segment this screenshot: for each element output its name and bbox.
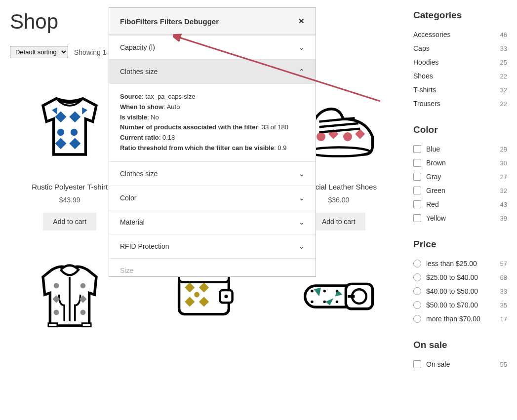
category-link[interactable]: Hoodies [413, 58, 438, 66]
svg-rect-24 [82, 323, 91, 327]
svg-point-18 [80, 283, 86, 289]
color-label[interactable]: Brown [426, 159, 446, 167]
radio-icon[interactable] [413, 260, 421, 267]
color-item[interactable]: Brown30 [413, 156, 507, 170]
debugger-section[interactable]: Clothes size ⌄ [109, 162, 316, 186]
debugger-section[interactable]: RFID Protection ⌄ [109, 234, 316, 259]
checkbox-icon[interactable] [413, 187, 421, 194]
color-item[interactable]: Yellow39 [413, 211, 507, 225]
color-label[interactable]: Blue [426, 145, 440, 153]
svg-point-42 [323, 290, 325, 292]
svg-point-3 [71, 129, 78, 136]
price-label[interactable]: $50.00 to $70.00 [426, 301, 478, 309]
radio-icon[interactable] [413, 273, 421, 281]
price-item[interactable]: $40.00 to $50.0033 [413, 284, 507, 298]
category-link[interactable]: Shoes [413, 72, 433, 80]
add-to-cart-button[interactable]: Add to cart [43, 213, 96, 230]
svg-point-22 [80, 310, 86, 315]
price-item[interactable]: $25.00 to $40.0068 [413, 270, 507, 284]
svg-point-46 [336, 301, 338, 303]
checkbox-icon[interactable] [413, 159, 421, 167]
debugger-section[interactable]: Material ⌄ [109, 210, 316, 234]
checkbox-icon[interactable] [413, 145, 421, 153]
color-label[interactable]: Red [426, 200, 439, 208]
price-count: 68 [500, 274, 507, 281]
chevron-down-icon: ⌄ [299, 218, 305, 226]
price-item[interactable]: $50.00 to $70.0035 [413, 298, 507, 312]
color-item[interactable]: Red43 [413, 197, 507, 211]
color-count: 43 [500, 201, 507, 208]
color-item[interactable]: Green32 [413, 184, 507, 197]
price-label[interactable]: $40.00 to $50.00 [426, 287, 478, 295]
category-count: 33 [500, 45, 507, 52]
category-count: 22 [500, 100, 507, 108]
debugger-section-expanded[interactable]: Clothes size ⌃ [109, 60, 316, 84]
category-item[interactable]: Caps33 [413, 41, 507, 55]
category-link[interactable]: Accessories [413, 31, 450, 38]
checkbox-icon[interactable] [413, 214, 421, 222]
chevron-down-icon: ⌄ [299, 170, 305, 178]
close-icon[interactable]: ✕ [298, 17, 305, 26]
price-count: 33 [500, 288, 507, 295]
svg-point-2 [57, 129, 64, 136]
color-count: 27 [500, 173, 507, 181]
radio-icon[interactable] [413, 315, 421, 323]
color-label[interactable]: Yellow [426, 214, 446, 222]
svg-point-44 [311, 301, 313, 303]
price-label[interactable]: $25.00 to $40.00 [426, 273, 478, 281]
price-item[interactable]: less than $25.0057 [413, 257, 507, 270]
debugger-section[interactable]: Size [109, 259, 316, 276]
checkbox-icon[interactable] [413, 360, 421, 368]
color-label[interactable]: Green [426, 187, 445, 194]
category-item[interactable]: T-shirts32 [413, 83, 507, 97]
category-count: 25 [500, 59, 507, 66]
debugger-section[interactable]: Color ⌄ [109, 186, 316, 210]
svg-point-9 [343, 132, 352, 141]
svg-rect-23 [48, 323, 57, 327]
color-count: 39 [500, 215, 507, 222]
category-item[interactable]: Hoodies25 [413, 55, 507, 69]
debugger-title: FiboFilters Filters Debugger [120, 17, 219, 26]
price-widget: Price less than $25.0057$25.00 to $40.00… [413, 239, 507, 326]
svg-point-45 [323, 301, 325, 303]
onsale-label[interactable]: On sale [426, 360, 450, 368]
debugger-panel: FiboFilters Filters Debugger ✕ Capacity … [109, 7, 316, 277]
category-link[interactable]: Trousers [413, 100, 440, 108]
category-count: 46 [500, 31, 507, 38]
color-count: 30 [500, 159, 507, 167]
svg-point-15 [308, 148, 370, 156]
debugger-header[interactable]: FiboFilters Filters Debugger ✕ [109, 8, 316, 35]
price-label[interactable]: more than $70.00 [426, 315, 480, 323]
product-image [25, 88, 114, 177]
category-link[interactable]: T-shirts [413, 86, 436, 94]
color-item[interactable]: Blue29 [413, 142, 507, 156]
add-to-cart-button[interactable]: Add to cart [312, 213, 365, 230]
category-item[interactable]: Shoes22 [413, 69, 507, 83]
product-image [25, 250, 114, 339]
svg-point-41 [311, 290, 313, 292]
category-item[interactable]: Accessories46 [413, 28, 507, 41]
radio-icon[interactable] [413, 287, 421, 295]
svg-point-8 [317, 132, 325, 141]
checkbox-icon[interactable] [413, 200, 421, 208]
color-item[interactable]: Gray27 [413, 170, 507, 184]
widget-title: On sale [413, 340, 507, 350]
debugger-section[interactable]: Capacity (l) ⌄ [109, 36, 316, 60]
categories-widget: Categories Accessories46Caps33Hoodies25S… [413, 10, 507, 111]
chevron-down-icon: ⌄ [299, 194, 305, 202]
category-item[interactable]: Trousers22 [413, 97, 507, 111]
radio-icon[interactable] [413, 301, 421, 309]
debugger-body[interactable]: Capacity (l) ⌄ Clothes size ⌃ Source: ta… [109, 35, 316, 276]
onsale-item[interactable]: On sale55 [413, 357, 507, 371]
price-item[interactable]: more than $70.0017 [413, 312, 507, 326]
checkbox-icon[interactable] [413, 173, 421, 181]
color-label[interactable]: Gray [426, 173, 441, 181]
category-link[interactable]: Caps [413, 44, 430, 52]
chevron-down-icon: ⌄ [299, 43, 305, 51]
onsale-count: 55 [500, 361, 507, 368]
color-count: 32 [500, 187, 507, 194]
svg-point-21 [54, 310, 59, 315]
sort-select[interactable]: Default sorting [10, 46, 68, 58]
svg-point-28 [225, 295, 228, 298]
price-label[interactable]: less than $25.00 [426, 260, 477, 267]
